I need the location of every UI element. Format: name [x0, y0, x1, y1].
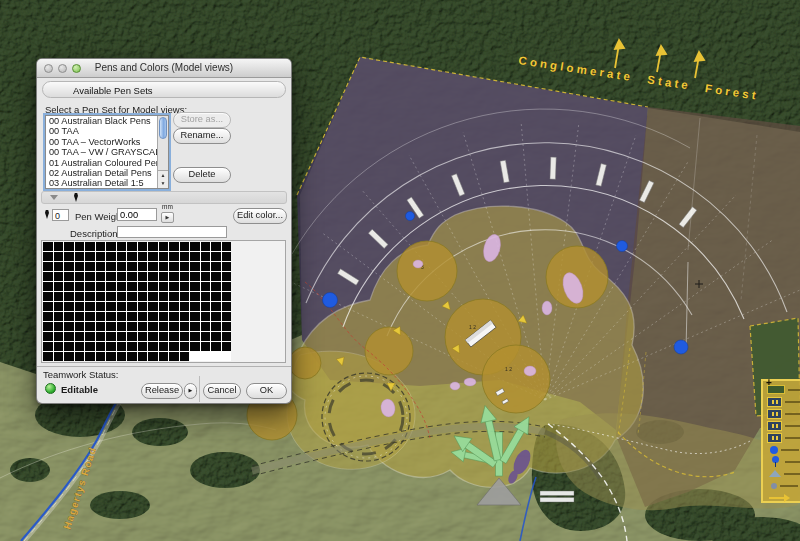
pen-color-swatch[interactable] — [85, 272, 95, 281]
pen-color-swatch[interactable] — [85, 292, 95, 301]
pen-color-swatch[interactable] — [43, 302, 53, 311]
pen-color-swatch[interactable] — [222, 292, 232, 301]
pen-color-swatch[interactable] — [211, 242, 221, 251]
pen-color-swatch[interactable] — [117, 342, 127, 351]
pen-set-item[interactable]: 00 Australian Black Pens — [46, 116, 157, 126]
pen-color-swatch[interactable] — [64, 332, 74, 341]
pen-color-swatch[interactable] — [190, 342, 200, 351]
ok-button[interactable]: OK — [246, 383, 287, 399]
pen-color-swatch[interactable] — [169, 312, 179, 321]
pen-color-swatch[interactable] — [190, 322, 200, 331]
pen-color-swatch[interactable] — [96, 312, 106, 321]
pen-color-swatch[interactable] — [159, 302, 169, 311]
pen-color-swatch[interactable] — [85, 342, 95, 351]
pen-color-swatch[interactable] — [211, 262, 221, 271]
scroll-up-icon[interactable]: ▲ — [158, 171, 168, 179]
pen-color-swatch[interactable] — [54, 352, 64, 361]
pen-color-swatch[interactable] — [211, 302, 221, 311]
pen-color-swatch[interactable] — [148, 292, 158, 301]
pen-color-swatch[interactable] — [159, 352, 169, 361]
pen-set-item[interactable]: 00 TAA — [46, 126, 157, 136]
pen-color-swatch[interactable] — [106, 352, 116, 361]
pen-color-swatch[interactable] — [75, 282, 85, 291]
pen-color-swatch[interactable] — [127, 332, 137, 341]
pen-color-swatch[interactable] — [169, 292, 179, 301]
pen-color-swatch[interactable] — [127, 302, 137, 311]
pen-color-swatch[interactable] — [211, 342, 221, 351]
pen-color-swatch[interactable] — [127, 352, 137, 361]
scrollbar-arrows[interactable]: ▲ ▼ — [158, 170, 168, 188]
minimize-window-button[interactable] — [58, 64, 67, 73]
pen-color-swatch[interactable] — [75, 292, 85, 301]
description-input[interactable] — [117, 226, 227, 238]
pen-color-swatch[interactable] — [180, 312, 190, 321]
pen-color-swatch[interactable] — [127, 292, 137, 301]
pen-color-swatch[interactable] — [85, 242, 95, 251]
dialog-titlebar[interactable]: Pens and Colors (Model views) — [37, 59, 291, 78]
pen-color-swatch[interactable] — [138, 272, 148, 281]
pen-color-swatch[interactable] — [85, 302, 95, 311]
pen-color-swatch[interactable] — [159, 322, 169, 331]
pen-color-swatch[interactable] — [43, 342, 53, 351]
pen-set-item[interactable]: 01 Australian Coloured Pens — [46, 158, 157, 168]
pen-color-swatch[interactable] — [169, 342, 179, 351]
pen-color-swatch[interactable] — [190, 302, 200, 311]
pen-color-swatch[interactable] — [96, 242, 106, 251]
pen-color-swatch[interactable] — [127, 322, 137, 331]
pen-color-swatch[interactable] — [159, 262, 169, 271]
pen-weight-input[interactable] — [117, 208, 157, 221]
close-window-button[interactable] — [44, 64, 53, 73]
pen-color-swatch[interactable] — [222, 312, 232, 321]
pen-color-swatch[interactable] — [148, 252, 158, 261]
pen-color-swatch[interactable] — [190, 282, 200, 291]
pen-color-swatch[interactable] — [127, 342, 137, 351]
pen-color-swatch[interactable] — [96, 352, 106, 361]
pen-color-swatch[interactable] — [75, 272, 85, 281]
pen-color-swatch[interactable] — [54, 322, 64, 331]
pen-index-field[interactable]: 0 — [52, 209, 69, 221]
pen-color-swatch[interactable] — [190, 252, 200, 261]
pen-color-swatch[interactable] — [169, 272, 179, 281]
pen-color-swatch[interactable] — [127, 252, 137, 261]
pen-color-swatch[interactable] — [64, 252, 74, 261]
pen-color-swatch[interactable] — [159, 342, 169, 351]
pen-color-swatch[interactable] — [85, 282, 95, 291]
pen-color-swatch[interactable] — [222, 322, 232, 331]
pen-color-swatch[interactable] — [201, 252, 211, 261]
pen-color-swatch[interactable] — [138, 312, 148, 321]
pen-color-swatch[interactable] — [222, 262, 232, 271]
pen-set-list[interactable]: 00 Australian Black Pens00 TAA00 TAA – V… — [46, 116, 157, 188]
pen-color-swatch[interactable] — [75, 312, 85, 321]
pen-color-swatch[interactable] — [180, 242, 190, 251]
pen-color-swatch[interactable] — [169, 322, 179, 331]
pen-color-swatch[interactable] — [117, 242, 127, 251]
pen-color-swatch[interactable] — [211, 252, 221, 261]
pen-color-swatch[interactable] — [138, 242, 148, 251]
pen-color-swatch[interactable] — [106, 312, 116, 321]
pen-color-swatch[interactable] — [96, 302, 106, 311]
pen-color-swatch[interactable] — [85, 262, 95, 271]
list-scrollbar[interactable]: ▲ ▼ — [157, 116, 168, 188]
pen-color-swatch[interactable] — [159, 272, 169, 281]
pen-color-swatch[interactable] — [190, 272, 200, 281]
pen-color-swatch[interactable] — [138, 322, 148, 331]
pen-color-swatch[interactable] — [75, 262, 85, 271]
scroll-down-icon[interactable]: ▼ — [158, 179, 168, 187]
pen-color-swatch[interactable] — [159, 312, 169, 321]
pen-color-swatch[interactable] — [117, 292, 127, 301]
pen-color-swatch[interactable] — [64, 282, 74, 291]
pen-color-swatch[interactable] — [54, 302, 64, 311]
pen-color-swatch[interactable] — [148, 272, 158, 281]
pen-color-swatch[interactable] — [190, 262, 200, 271]
pen-color-swatch[interactable] — [96, 292, 106, 301]
pen-color-swatch[interactable] — [127, 282, 137, 291]
pen-color-swatch[interactable] — [85, 332, 95, 341]
disclosure-triangle-icon[interactable] — [50, 195, 58, 200]
pen-color-swatch[interactable] — [117, 252, 127, 261]
pen-color-swatch[interactable] — [159, 242, 169, 251]
pen-color-swatch[interactable] — [211, 312, 221, 321]
pen-color-swatch[interactable] — [211, 292, 221, 301]
pen-color-swatch[interactable] — [106, 262, 116, 271]
pen-color-swatch[interactable] — [106, 252, 116, 261]
pen-color-swatch[interactable] — [180, 272, 190, 281]
